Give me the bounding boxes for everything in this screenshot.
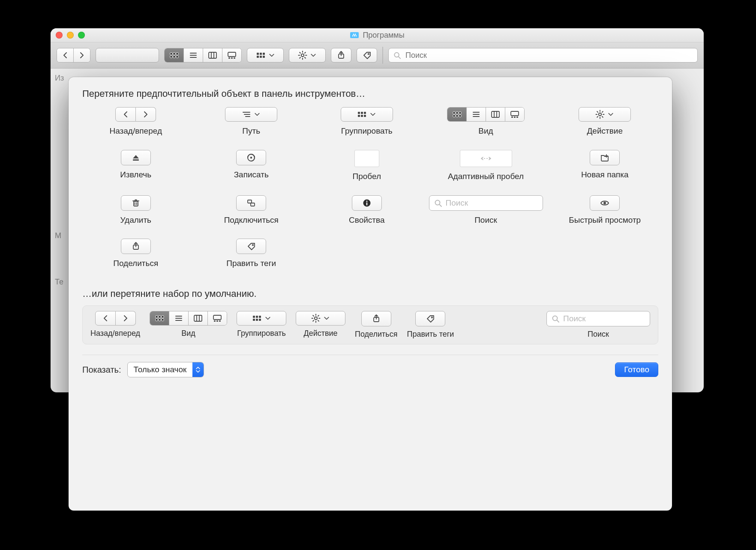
palette-burn[interactable]: Записать [198, 150, 305, 180]
default-search: Поиск Поиск [546, 311, 650, 339]
palette-label: Группировать [341, 126, 393, 136]
chevron-down-icon [323, 315, 330, 322]
palette-info[interactable]: Свойства [313, 195, 420, 225]
chevron-right-icon [78, 51, 86, 60]
sheet-footer: Показать: Только значок Готово [82, 362, 658, 377]
trash-icon [131, 198, 141, 208]
forward-button[interactable] [74, 48, 90, 62]
tags-button[interactable] [357, 48, 377, 63]
show-label: Показать: [82, 365, 121, 375]
sidebar-partial: Из М Те [55, 68, 70, 292]
eye-icon [600, 198, 610, 208]
path-button[interactable] [96, 48, 159, 63]
view-list-button[interactable] [184, 48, 203, 62]
palette-label: Записать [234, 170, 269, 180]
back-button[interactable] [57, 48, 74, 62]
show-mode-select[interactable]: Только значок [127, 362, 204, 377]
palette-share[interactable]: Поделиться [82, 239, 189, 269]
share-icon [372, 314, 381, 323]
palette-new-folder[interactable]: Новая папка [552, 150, 659, 180]
default-label: Назад/вперед [90, 329, 140, 338]
palette-label: Путь [242, 126, 260, 136]
search-input[interactable] [405, 51, 693, 60]
window-title: Программы [51, 30, 704, 40]
chevron-left-icon [102, 314, 109, 323]
palette-delete[interactable]: Удалить [82, 195, 189, 225]
columns-icon [208, 51, 217, 60]
view-icons-button[interactable] [165, 48, 184, 62]
grid-icon [169, 52, 179, 59]
palette-back-forward[interactable]: Назад/вперед [82, 107, 189, 136]
grid-icon [452, 111, 462, 118]
space-placeholder [354, 150, 379, 167]
palette-search[interactable]: Поиск Поиск [429, 195, 543, 225]
list-icon [189, 51, 198, 60]
drag-instruction: Перетяните предпочтительный объект в пан… [82, 88, 658, 99]
select-stepper[interactable] [192, 362, 204, 377]
palette-tags[interactable]: Править теги [198, 239, 305, 269]
palette-space[interactable]: Пробел [313, 150, 420, 182]
action-dropdown[interactable] [289, 48, 326, 63]
share-button[interactable] [331, 48, 351, 63]
chevron-down-icon [607, 111, 614, 118]
palette-quicklook[interactable]: Быстрый просмотр [552, 195, 659, 225]
palette-label: Свойства [349, 215, 384, 225]
chevron-right-icon [122, 314, 129, 323]
palette-action[interactable]: Действие [552, 107, 659, 136]
search-icon [393, 51, 401, 60]
done-button[interactable]: Готово [615, 362, 658, 377]
default-label: Вид [181, 329, 195, 338]
columns-icon [491, 110, 500, 119]
palette-eject[interactable]: Извлечь [82, 150, 189, 180]
palette-label: Назад/вперед [110, 126, 162, 136]
tag-icon [426, 314, 435, 323]
view-gallery-button[interactable] [222, 48, 241, 62]
group-dropdown[interactable] [247, 48, 284, 63]
default-toolbar-set[interactable]: Назад/вперед Вид Группировать Дейст [82, 305, 658, 344]
flex-arrow-icon [479, 154, 493, 163]
palette-view[interactable]: Вид [429, 107, 543, 136]
chevron-down-icon [254, 111, 261, 118]
palette-label: Новая папка [581, 170, 629, 180]
columns-icon [193, 314, 203, 323]
grid-icon [252, 315, 262, 322]
view-columns-button[interactable] [203, 48, 222, 62]
palette-path[interactable]: Путь [198, 107, 305, 136]
tag-icon [362, 51, 372, 60]
palette-label: Быстрый просмотр [569, 215, 641, 225]
share-icon [131, 242, 141, 251]
palette-group[interactable]: Группировать [313, 107, 420, 136]
chevron-up-icon [196, 366, 200, 369]
default-action: Действие [296, 311, 345, 338]
default-tags: Править теги [407, 311, 454, 339]
palette-connect[interactable]: Подключиться [198, 195, 305, 225]
default-view: Вид [150, 311, 227, 338]
flex-space-placeholder [460, 150, 512, 167]
chevron-down-icon [369, 111, 376, 118]
palette-label: Поиск [474, 215, 497, 225]
gear-icon [298, 51, 307, 60]
default-label: Поделиться [355, 330, 397, 339]
palette-label: Пробел [353, 171, 381, 182]
list-icon [174, 314, 183, 323]
default-label: Править теги [407, 330, 454, 339]
list-indent-icon [242, 110, 251, 119]
gear-icon [595, 110, 605, 119]
view-segment [164, 48, 242, 63]
palette-label: Удалить [120, 215, 151, 225]
palette-label: Адаптивный пробел [448, 171, 524, 182]
chevron-down-icon [264, 315, 271, 322]
default-label: Действие [303, 329, 337, 338]
palette-label: Извлечь [120, 170, 151, 180]
list-icon [471, 110, 481, 119]
burn-icon [246, 153, 256, 162]
palette-label: Поделиться [113, 258, 158, 269]
chevron-left-icon [122, 110, 129, 119]
grid-icon [155, 315, 165, 322]
palette-flex-space[interactable]: Адаптивный пробел [429, 150, 543, 182]
footer-divider [82, 355, 658, 355]
chevron-left-icon [61, 51, 69, 60]
search-placeholder-text: Поиск [446, 198, 468, 208]
search-field[interactable] [388, 48, 698, 63]
new-folder-icon [600, 153, 610, 162]
